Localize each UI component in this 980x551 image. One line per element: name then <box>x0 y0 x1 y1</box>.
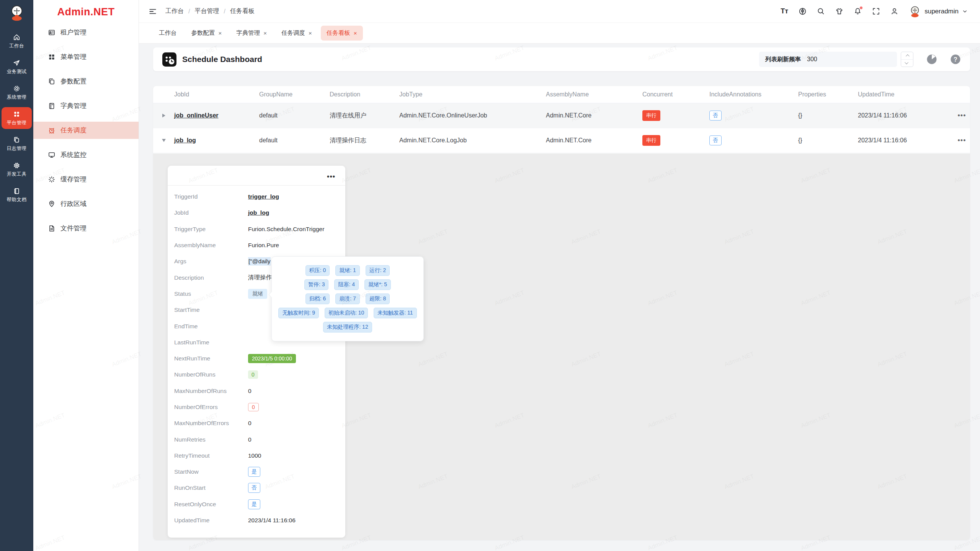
menu-item-task-schedule[interactable]: 任务调度 <box>33 122 139 139</box>
sidebar-item-dev-tools[interactable]: 开发工具 <box>2 158 32 180</box>
fullscreen-icon[interactable] <box>872 7 880 15</box>
status-legend-badge: 未知处理程序: 12 <box>323 322 372 333</box>
alarm-icon <box>48 127 56 134</box>
cell-group: default <box>259 112 330 119</box>
send-icon <box>13 59 20 67</box>
tab-close-icon[interactable]: × <box>219 30 222 36</box>
field-label: RetryTimeout <box>174 452 248 459</box>
menu-item-system-monitor[interactable]: 系统监控 <box>33 146 139 163</box>
language-icon[interactable] <box>799 7 807 15</box>
sidebar-item-log-mgmt[interactable]: 日志管理 <box>2 133 32 155</box>
breadcrumb-item[interactable]: 工作台 <box>165 7 184 15</box>
main-content: Schedule Dashboard 列表刷新频率 300 ? JobId Gr… <box>139 44 980 551</box>
menu-item-cache-mgmt[interactable]: 缓存管理 <box>33 171 139 188</box>
sidebar-item-help-docs[interactable]: 帮助文档 <box>2 184 32 206</box>
refresh-rate-label: 列表刷新频率 <box>765 55 801 64</box>
tab-param-config[interactable]: 参数配置× <box>186 26 228 41</box>
col-header: UpdatedTime <box>858 91 954 98</box>
job-id-link[interactable]: job_onlineUser <box>174 112 219 119</box>
job-id-link[interactable]: job_log <box>248 209 269 216</box>
help-icon[interactable]: ? <box>950 54 961 65</box>
profile-person-icon[interactable] <box>890 7 898 15</box>
row-actions-icon[interactable]: ••• <box>954 112 970 120</box>
field-label: MaxNumberOfErrors <box>174 420 248 427</box>
gear-icon <box>13 85 20 92</box>
job-id-link[interactable]: job_log <box>174 137 196 143</box>
timer-pie-icon[interactable] <box>926 54 937 65</box>
theme-skin-icon[interactable] <box>835 7 843 15</box>
number-of-runs-badge: 0 <box>248 370 258 379</box>
status-legend-badge: 未知触发器: 11 <box>374 308 416 318</box>
tab-label: 工作台 <box>159 29 177 37</box>
menu-grid-icon <box>48 53 56 61</box>
col-header: JobId <box>174 91 259 98</box>
row-actions-icon[interactable]: ••• <box>954 137 970 145</box>
cell-updated-time: 2023/1/4 11:16:06 <box>858 112 954 119</box>
menu-item-label: 任务调度 <box>60 126 87 135</box>
status-legend-badge: 初始未启动: 10 <box>325 308 368 318</box>
refresh-rate-input[interactable]: 列表刷新频率 300 <box>759 52 897 67</box>
menu-item-file-mgmt[interactable]: 文件管理 <box>33 220 139 237</box>
trigger-id-link[interactable]: trigger_log <box>248 193 279 200</box>
tenant-icon <box>48 29 56 36</box>
breadcrumb-item[interactable]: 任务看板 <box>230 7 255 15</box>
tab-label: 参数配置 <box>191 29 215 37</box>
status-legend-badge: 积压: 0 <box>305 265 330 276</box>
notifications-bell-icon[interactable] <box>854 7 862 15</box>
status-badge[interactable]: 就绪 <box>248 289 267 299</box>
menu-item-menu-mgmt[interactable]: 菜单管理 <box>33 48 139 65</box>
breadcrumb-item[interactable]: 平台管理 <box>194 7 219 15</box>
brand-logo[interactable]: Admin.NET <box>33 0 139 24</box>
tab-label: 任务调度 <box>281 29 305 37</box>
sidebar-item-label: 系统管理 <box>7 94 27 101</box>
sidebar-item-business-test[interactable]: 业务测试 <box>2 56 32 78</box>
search-icon[interactable] <box>817 7 825 15</box>
collapse-menu-icon[interactable] <box>149 7 157 16</box>
params-icon <box>48 78 56 85</box>
user-avatar <box>909 5 921 18</box>
menu-item-dict-mgmt[interactable]: 字典管理 <box>33 97 139 114</box>
text-size-icon[interactable]: Tт <box>781 7 788 15</box>
concurrent-badge: 串行 <box>642 110 660 121</box>
region-pin-icon <box>48 200 56 208</box>
tab-dict-mgmt[interactable]: 字典管理× <box>230 26 273 41</box>
table-row[interactable]: job_log default 清理操作日志 Admin.NET.Core.Lo… <box>153 128 970 153</box>
field-label: NumberOfRuns <box>174 371 248 378</box>
field-label: Description <box>174 274 248 281</box>
tab-task-schedule[interactable]: 任务调度× <box>276 26 318 41</box>
cell-assembly: Admin.NET.Core <box>546 112 642 119</box>
tab-close-icon[interactable]: × <box>263 30 267 36</box>
tab-close-icon[interactable]: × <box>309 30 312 36</box>
menu-item-label: 菜单管理 <box>60 52 87 61</box>
col-header: Properties <box>798 91 858 98</box>
sidebar-item-platform-mgmt[interactable]: 平台管理 <box>2 107 32 129</box>
field-value: Furion.Pure <box>248 242 279 249</box>
menu-item-tenant-mgmt[interactable]: 租户管理 <box>33 24 139 41</box>
collapse-row-icon[interactable] <box>153 139 174 142</box>
stepper-up-icon[interactable] <box>901 52 913 59</box>
status-legend-badge: 就绪: 1 <box>335 265 360 276</box>
status-legend-badge: 崩溃: 7 <box>335 293 360 304</box>
menu-item-label: 文件管理 <box>60 224 87 233</box>
table-row[interactable]: job_onlineUser default 清理在线用户 Admin.NET.… <box>153 103 970 128</box>
tab-task-dashboard[interactable]: 任务看板× <box>321 26 363 41</box>
col-header: Description <box>330 91 399 98</box>
expand-row-icon[interactable] <box>153 114 174 117</box>
sidebar-item-workbench[interactable]: 工作台 <box>2 30 32 52</box>
tab-label: 字典管理 <box>236 29 260 37</box>
user-menu[interactable]: superadmin <box>909 5 968 18</box>
cell-assembly: Admin.NET.Core <box>546 137 642 144</box>
tab-workbench[interactable]: 工作台 <box>153 26 183 41</box>
col-header: AssemblyName <box>546 91 642 98</box>
menu-item-param-config[interactable]: 参数配置 <box>33 73 139 90</box>
topbar-actions: Tт superadmin <box>781 5 980 18</box>
panel-actions-icon[interactable]: ••• <box>168 166 345 185</box>
app-logo-icon[interactable] <box>8 0 26 28</box>
status-legend-badge: 超限: 8 <box>366 293 390 304</box>
grid-icon <box>13 111 20 118</box>
menu-item-admin-region[interactable]: 行政区域 <box>33 195 139 212</box>
breadcrumb: 工作台 / 平台管理 / 任务看板 <box>165 7 255 15</box>
tab-close-icon[interactable]: × <box>354 30 357 36</box>
sidebar-item-system-mgmt[interactable]: 系统管理 <box>2 82 32 103</box>
stepper-down-icon[interactable] <box>901 59 913 67</box>
